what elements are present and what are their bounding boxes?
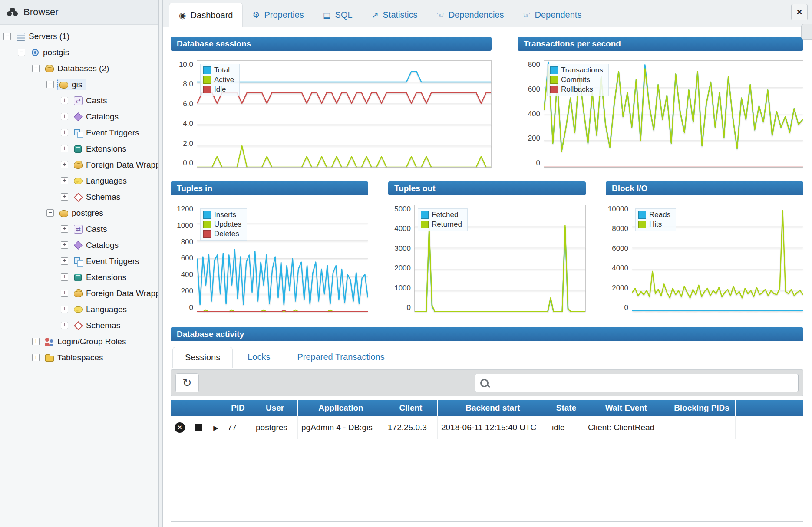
tab-properties[interactable]: ⚙Properties [243,3,313,27]
tree-item-login-group-roles[interactable]: +Login/Group Roles [0,333,158,349]
tree-item-catalogs[interactable]: +Catalogs [0,237,158,253]
collapse-icon[interactable]: − [18,49,25,56]
tree-item-tablespaces[interactable]: +Tablespaces [0,349,158,366]
expand-icon[interactable]: + [61,257,68,265]
collapse-icon[interactable]: − [3,33,11,40]
tab-statistics[interactable]: ↗Statistics [362,3,427,27]
expand-icon[interactable]: + [32,354,40,361]
chart-database-sessions: 10.08.06.04.02.00.0 TotalActiveIdle [171,60,492,168]
table-header-row: PIDUserApplicationClientBackend startSta… [171,400,803,416]
tree-item-casts[interactable]: +Casts [0,221,158,237]
panel-splitter[interactable] [158,0,163,527]
stop-icon[interactable] [195,424,202,431]
chart-legend: TransactionsCommitsRollbacks [547,64,609,96]
chart-y-axis: 1000080006000400020000 [606,205,632,312]
activity-tab-locks[interactable]: Locks [235,347,282,368]
tree-item-catalogs[interactable]: +Catalogs [0,109,158,125]
tree-item-languages[interactable]: +Languages [0,173,158,189]
tree-item-schemas[interactable]: +Schemas [0,189,158,205]
sql-icon: ▤ [323,10,331,20]
event-triggers-icon [73,257,83,266]
tree-item-foreign-data-wrappers[interactable]: +Foreign Data Wrappers [0,157,158,173]
tree-node: Languages [72,304,131,315]
column-header-empty [171,400,189,416]
search-input[interactable] [493,378,793,388]
tree-item-foreign-data-wrappers[interactable]: +Foreign Data Wrappers [0,285,158,301]
tree-item-casts[interactable]: +Casts [0,92,158,109]
panel-database-activity: Database activity SessionsLocksPrepared … [171,327,803,522]
tree-item-label: Languages [86,305,127,313]
expand-icon[interactable]: + [61,161,68,168]
collapse-icon[interactable]: − [46,81,54,88]
collapse-icon[interactable]: − [46,209,54,217]
expand-icon[interactable]: + [61,273,68,281]
tree-item-servers-1[interactable]: −Servers (1) [0,28,158,44]
tab-dashboard[interactable]: ◉Dashboard [169,3,243,27]
grid-bottom-line [171,439,803,522]
tree-item-label: Foreign Data Wrappers [86,289,158,297]
legend-item: Inserts [203,211,241,219]
tree-item-gis[interactable]: −gis [0,76,158,92]
expand-icon[interactable]: + [61,113,68,120]
legend-swatch [203,76,211,84]
legend-swatch [550,86,558,93]
tree-item-postgres[interactable]: −postgres [0,205,158,221]
tree-node: postgis [29,47,73,58]
tree-node: Casts [72,224,112,235]
y-tick-label: 1000 [177,221,193,230]
tree-item-extensions[interactable]: +Extensions [0,141,158,157]
expand-icon[interactable]: + [61,193,68,201]
details-icon[interactable]: ▶ [213,424,218,432]
legend-item: Reads [638,211,670,219]
terminate-icon[interactable]: × [175,422,185,433]
tree-item-postgis[interactable]: −postgis [0,44,158,60]
tree-item-databases-2[interactable]: −Databases (2) [0,60,158,76]
tree-node: Servers (1) [14,31,74,42]
expand-icon[interactable]: + [61,145,68,152]
login-roles-icon [45,337,54,346]
chart-transactions-per-second: 8006004002000 TransactionsCommitsRollbac… [518,60,803,168]
chart-legend: InsertsUpdatesDeletes [200,208,247,241]
expand-icon[interactable]: + [61,241,68,249]
y-tick-label: 800 [528,60,540,69]
tree-item-event-triggers[interactable]: +Event Triggers [0,253,158,269]
legend-label: Hits [649,220,662,229]
close-panel-button[interactable]: × [791,4,808,20]
column-header-wait-event: Wait Event [584,400,668,416]
tab-sql[interactable]: ▤SQL [314,3,362,27]
scroll-stub[interactable] [801,24,812,40]
refresh-button[interactable]: ↻ [175,373,199,392]
column-header-empty [208,400,224,416]
activity-tab-sessions[interactable]: Sessions [172,347,233,368]
casts-icon [73,96,83,105]
expand-icon[interactable]: + [61,306,68,313]
cell: idle [548,416,584,439]
expand-icon[interactable]: + [61,322,68,329]
expand-icon[interactable]: + [61,129,68,136]
expand-icon[interactable]: + [61,290,68,297]
browser-title: Browser [23,7,59,18]
tab-dependents[interactable]: ☞Dependents [514,3,591,27]
tree-node: Catalogs [72,240,123,251]
expand-icon[interactable]: + [32,338,40,345]
tree-item-label: Tablespaces [57,353,103,362]
tree-item-label: Event Triggers [86,128,139,137]
expand-icon[interactable]: + [61,225,68,233]
tree-item-label: Extensions [86,145,126,153]
legend-label: Idle [214,85,226,94]
tree-item-label: postgis [43,48,69,56]
expand-icon[interactable]: + [61,97,68,104]
tree-item-languages[interactable]: +Languages [0,301,158,317]
dashboard-icon: ◉ [179,10,186,20]
collapse-icon[interactable]: − [32,65,40,72]
tree-node: Foreign Data Wrappers [72,159,158,171]
tree-item-label: Extensions [86,273,126,281]
tab-dependencies[interactable]: ☜Dependencies [427,3,514,27]
activity-tab-prepared-transactions[interactable]: Prepared Transactions [285,347,396,368]
tree-item-schemas[interactable]: +Schemas [0,317,158,333]
legend-item: Updates [203,220,241,229]
tree-item-extensions[interactable]: +Extensions [0,269,158,285]
tree-item-event-triggers[interactable]: +Event Triggers [0,125,158,141]
expand-icon[interactable]: + [61,177,68,184]
panel-tuples-out: Tuples out 500040003000200010000 Fetched… [388,181,586,312]
